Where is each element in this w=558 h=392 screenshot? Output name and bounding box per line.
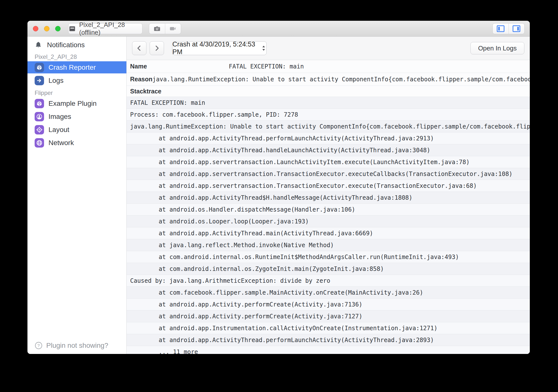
sidebar-item-images[interactable]: Images bbox=[27, 110, 126, 123]
sidebar-item-label: Logs bbox=[48, 77, 64, 85]
stacktrace-line: at android.app.servertransaction.Transac… bbox=[127, 168, 530, 180]
capture-button-group bbox=[149, 23, 181, 34]
sidebar-item-label: Crash Reporter bbox=[48, 64, 96, 71]
stacktrace-line: Caused by: java.lang.ArithmeticException… bbox=[127, 275, 530, 287]
sidebar-item-network[interactable]: Network bbox=[27, 137, 126, 149]
stacktrace-section: FATAL EXCEPTION: main Process: com.faceb… bbox=[127, 97, 530, 354]
traffic-lights bbox=[27, 26, 61, 31]
field-label-reason: Reason bbox=[130, 76, 152, 83]
cube-icon bbox=[35, 63, 44, 72]
sidebar-item-label: Images bbox=[48, 113, 71, 121]
stacktrace-line: at android.app.ActivityThread.handleLaun… bbox=[127, 144, 530, 156]
field-label-stacktrace: Stacktrace bbox=[130, 88, 161, 95]
field-row-reason: Reason java.lang.RuntimeException: Unabl… bbox=[127, 73, 530, 86]
open-in-logs-button[interactable]: Open In Logs bbox=[470, 42, 524, 54]
stacktrace-line: FATAL EXCEPTION: main bbox=[127, 97, 530, 109]
sidebar-item-example-plugin[interactable]: Example Plugin bbox=[27, 97, 126, 109]
svg-text:?: ? bbox=[37, 343, 40, 348]
stacktrace-line: at android.app.Activity.performCreate(Ac… bbox=[127, 310, 530, 322]
stacktrace-line: Process: com.facebook.flipper.sample, PI… bbox=[127, 109, 530, 121]
screen-record-button[interactable] bbox=[165, 23, 181, 34]
stacktrace-line: at android.app.ActivityThread$H.handleMe… bbox=[127, 192, 530, 204]
stacktrace-line: java.lang.RuntimeException: Unable to st… bbox=[127, 121, 530, 132]
next-crash-button[interactable] bbox=[150, 41, 164, 55]
device-selector-button[interactable]: Pixel_2_API_28 (offline) bbox=[68, 23, 142, 34]
stacktrace-line: at com.android.internal.os.RuntimeInit$M… bbox=[127, 251, 530, 263]
titlebar: Pixel_2_API_28 (offline) bbox=[27, 21, 530, 37]
sidebar-item-crash-reporter[interactable]: Crash Reporter bbox=[27, 61, 126, 73]
sidebar-item-label: Network bbox=[48, 139, 74, 147]
window-content: Notifications Pixel_2_API_28 Crash Repor… bbox=[27, 37, 530, 354]
device-selector-label: Pixel_2_API_28 (offline) bbox=[79, 21, 142, 36]
stacktrace-line: at android.os.Handler.dispatchMessage(Ha… bbox=[127, 204, 530, 216]
sidebar-toggle-group bbox=[492, 23, 525, 34]
arrow-right-icon bbox=[35, 76, 44, 85]
sidebar-item-label: Layout bbox=[48, 126, 69, 134]
camera-icon bbox=[153, 25, 161, 33]
crash-details: Name FATAL EXCEPTION: main Reason java.l… bbox=[127, 60, 530, 354]
user-circle-icon bbox=[35, 112, 44, 121]
target-icon bbox=[35, 125, 44, 134]
stacktrace-line: at java.lang.reflect.Method.invoke(Nativ… bbox=[127, 239, 530, 251]
minimize-button[interactable] bbox=[44, 26, 49, 31]
chevron-right-icon bbox=[153, 44, 161, 52]
screenshot-button[interactable] bbox=[149, 23, 165, 34]
select-arrows-icon bbox=[261, 44, 266, 52]
stacktrace-line: at android.os.Looper.loop(Looper.java:19… bbox=[127, 216, 530, 227]
stacktrace-line: at android.app.ActivityThread.performLau… bbox=[127, 132, 530, 144]
sidebar-item-label: Notifications bbox=[47, 41, 85, 49]
sidebar-item-layout[interactable]: Layout bbox=[27, 124, 126, 136]
plugin-help-link[interactable]: ? Plugin not showing? bbox=[27, 342, 126, 349]
sidebar-section-flipper: Flipper bbox=[27, 89, 126, 96]
toggle-right-sidebar-button[interactable] bbox=[509, 23, 525, 34]
sidebar-item-notifications[interactable]: Notifications bbox=[27, 40, 126, 50]
panel-right-icon bbox=[512, 25, 521, 32]
bell-icon bbox=[35, 41, 42, 49]
stacktrace-line: at android.app.servertransaction.Transac… bbox=[127, 180, 530, 192]
stacktrace-line: at android.app.Activity.performCreate(Ac… bbox=[127, 299, 530, 310]
zoom-button[interactable] bbox=[55, 26, 61, 31]
field-value-name: FATAL EXCEPTION: main bbox=[229, 60, 304, 73]
crash-selector-dropdown[interactable]: Crash at 4/30/2019, 5:24:53 PM bbox=[172, 41, 267, 55]
plugin-help-label: Plugin not showing? bbox=[46, 342, 108, 349]
stacktrace-line: at android.app.Instrumentation.callActiv… bbox=[127, 322, 530, 334]
field-row-stacktrace: Stacktrace bbox=[127, 86, 530, 97]
close-button[interactable] bbox=[33, 26, 38, 31]
cube-icon bbox=[35, 99, 44, 108]
crash-selector-value: Crash at 4/30/2019, 5:24:53 PM bbox=[172, 41, 258, 56]
video-camera-icon bbox=[169, 25, 177, 33]
field-row-name: Name FATAL EXCEPTION: main bbox=[127, 60, 530, 73]
sidebar-item-logs[interactable]: Logs bbox=[27, 74, 126, 87]
globe-icon bbox=[35, 138, 44, 148]
crash-reporter-pane: Crash at 4/30/2019, 5:24:53 PM Open In L… bbox=[127, 37, 530, 354]
flipper-window: Pixel_2_API_28 (offline) bbox=[27, 21, 530, 354]
stacktrace-line: at com.facebook.flipper.sample.MainActiv… bbox=[127, 287, 530, 299]
stacktrace-line: ... 11 more bbox=[127, 346, 530, 354]
stacktrace-line: at com.android.internal.os.ZygoteInit.ma… bbox=[127, 263, 530, 275]
sidebar: Notifications Pixel_2_API_28 Crash Repor… bbox=[27, 37, 127, 354]
previous-crash-button[interactable] bbox=[132, 41, 146, 55]
sidebar-section-device: Pixel_2_API_28 bbox=[27, 53, 126, 60]
open-in-logs-label: Open In Logs bbox=[478, 44, 517, 52]
field-value-reason: java.lang.RuntimeException: Unable to st… bbox=[152, 76, 530, 83]
panel-left-icon bbox=[496, 25, 505, 32]
field-label-name: Name bbox=[130, 63, 147, 70]
chevron-left-icon bbox=[136, 44, 143, 52]
stacktrace-line: at android.app.servertransaction.LaunchA… bbox=[127, 156, 530, 168]
archive-box-icon bbox=[69, 25, 76, 32]
toggle-left-sidebar-button[interactable] bbox=[493, 23, 509, 34]
stacktrace-line: at android.app.ActivityThread.main(Activ… bbox=[127, 227, 530, 239]
help-circle-icon: ? bbox=[35, 342, 43, 349]
crash-toolbar: Crash at 4/30/2019, 5:24:53 PM Open In L… bbox=[127, 37, 530, 60]
sidebar-item-label: Example Plugin bbox=[48, 100, 97, 108]
stacktrace-line: at android.app.ActivityThread.performLau… bbox=[127, 334, 530, 346]
